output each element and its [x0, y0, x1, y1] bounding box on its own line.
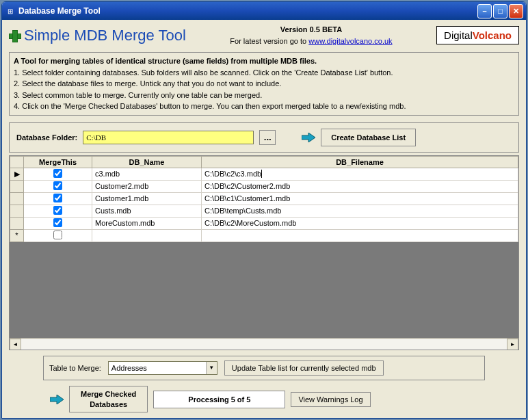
instruction-step: 4. Click on the 'Merge Checked Databases…	[14, 101, 514, 112]
merge-checkbox[interactable]	[53, 218, 62, 227]
row-selector[interactable]	[10, 192, 24, 205]
version-text: Version 0.5 BETA	[280, 25, 342, 34]
browse-button[interactable]: ...	[259, 130, 276, 145]
merge-checkbox-cell[interactable]	[24, 205, 92, 217]
grid-empty-area	[10, 242, 518, 339]
view-warnings-button[interactable]: View Warnings Log	[291, 392, 370, 407]
table-row[interactable]: Customer2.mdbC:\DB\c2\Customer2.mdb	[10, 180, 518, 192]
row-selector[interactable]	[10, 180, 24, 192]
logo-text-a: Digital	[444, 29, 473, 41]
progress-status: Processing 5 of 5	[153, 391, 285, 408]
row-selector[interactable]	[10, 205, 24, 217]
merge-checkbox-cell[interactable]	[24, 229, 92, 241]
scroll-track[interactable]	[21, 339, 507, 350]
table-merge-row: Table to Merge: Addresses ▼ Update Table…	[43, 356, 485, 380]
db-filename-cell[interactable]	[202, 229, 518, 241]
latest-prefix: For latest version go to	[230, 37, 308, 45]
folder-row: Database Folder: ... Create Database Lis…	[9, 122, 519, 153]
horizontal-scrollbar[interactable]: ◄ ►	[10, 338, 518, 350]
instructions-panel: A Tool for merging tables of identical s…	[9, 52, 519, 116]
db-name-cell[interactable]: Customer2.mdb	[92, 180, 202, 192]
merge-checkbox[interactable]	[53, 194, 62, 202]
app-title: Simple MDB Merge Tool	[9, 27, 186, 44]
database-grid[interactable]: MergeThis DB_Name DB_Filename ▶c3.mdbC:\…	[9, 155, 519, 351]
instructions-heading: A Tool for merging tables of identical s…	[14, 55, 514, 67]
db-filename-cell[interactable]: C:\DB\temp\Custs.mdb	[202, 205, 518, 217]
plus-icon	[9, 30, 20, 41]
merge-checked-databases-button[interactable]: Merge Checked Databases	[70, 386, 147, 412]
scroll-right-icon[interactable]: ►	[507, 339, 518, 350]
logo-text-b: Volcano	[473, 29, 512, 41]
merge-checkbox-cell[interactable]	[24, 168, 92, 180]
db-name-cell[interactable]: Custs.mdb	[92, 205, 202, 217]
table-select-value: Addresses	[111, 364, 147, 372]
db-filename-cell[interactable]: C:\DB\c2\MoreCustom.mdb	[202, 217, 518, 229]
column-header-dbname[interactable]: DB_Name	[92, 156, 202, 168]
db-name-cell[interactable]: c3.mdb	[92, 168, 202, 180]
table-select[interactable]: Addresses ▼	[108, 361, 217, 375]
merge-checkbox[interactable]	[53, 181, 62, 190]
maximize-button[interactable]: □	[493, 4, 507, 18]
arrow-right-icon	[302, 133, 315, 142]
logo: DigitalVolcano	[436, 26, 519, 44]
close-button[interactable]: ✕	[509, 4, 523, 18]
db-filename-cell[interactable]: C:\DB\c2\c3.mdb	[202, 168, 518, 180]
row-selector[interactable]: ▶	[10, 168, 24, 180]
scroll-left-icon[interactable]: ◄	[10, 339, 21, 350]
new-row[interactable]: *	[10, 229, 518, 241]
merge-checkbox[interactable]	[53, 206, 62, 215]
folder-label: Database Folder:	[16, 133, 77, 142]
instruction-step: 3. Select common table to merge. Current…	[14, 90, 514, 101]
table-row[interactable]: ▶c3.mdbC:\DB\c2\c3.mdb	[10, 168, 518, 180]
chevron-down-icon: ▼	[206, 362, 217, 374]
merge-btn-line2: Databases	[81, 399, 136, 409]
db-filename-cell[interactable]: C:\DB\c1\Customer1.mdb	[202, 192, 518, 205]
table-row[interactable]: Custs.mdbC:\DB\temp\Custs.mdb	[10, 205, 518, 217]
instruction-step: 2. Select the database files to merge. U…	[14, 78, 514, 90]
merge-checkbox-cell[interactable]	[24, 192, 92, 205]
app-title-text: Simple MDB Merge Tool	[24, 27, 186, 44]
minimize-button[interactable]: –	[477, 4, 492, 18]
window-title: Database Merge Tool	[18, 6, 477, 16]
version-block: Version 0.5 BETA For latest version go t…	[200, 24, 423, 47]
db-name-cell[interactable]: MoreCustom.mdb	[92, 217, 202, 229]
row-selector[interactable]	[10, 217, 24, 229]
merge-checkbox-cell[interactable]	[24, 217, 92, 229]
db-name-cell[interactable]: Customer1.mdb	[92, 192, 202, 205]
column-header-mergethis[interactable]: MergeThis	[24, 156, 92, 168]
titlebar: ⊞ Database Merge Tool – □ ✕	[2, 2, 526, 20]
table-merge-label: Table to Merge:	[49, 364, 101, 372]
merge-checkbox[interactable]	[53, 231, 62, 239]
app-icon: ⊞	[5, 5, 16, 16]
folder-input[interactable]	[83, 131, 254, 144]
svg-marker-1	[50, 395, 64, 404]
create-database-list-button[interactable]: Create Database List	[321, 129, 416, 146]
grid-corner	[10, 156, 24, 168]
column-header-filename[interactable]: DB_Filename	[202, 156, 518, 168]
new-row-indicator: *	[10, 229, 24, 241]
update-table-list-button[interactable]: Update Table list for currently selected…	[224, 360, 384, 376]
svg-marker-0	[302, 133, 315, 142]
merge-btn-line1: Merge Checked	[81, 389, 136, 399]
instruction-step: 1. Select folder containing databases. S…	[14, 67, 514, 79]
merge-checkbox-cell[interactable]	[24, 180, 92, 192]
table-row[interactable]: MoreCustom.mdbC:\DB\c2\MoreCustom.mdb	[10, 217, 518, 229]
website-link[interactable]: www.digitalvolcano.co.uk	[308, 37, 392, 45]
table-row[interactable]: Customer1.mdbC:\DB\c1\Customer1.mdb	[10, 192, 518, 205]
merge-checkbox[interactable]	[53, 169, 62, 178]
arrow-right-icon	[50, 395, 64, 404]
db-filename-cell[interactable]: C:\DB\c2\Customer2.mdb	[202, 180, 518, 192]
db-name-cell[interactable]	[92, 229, 202, 241]
